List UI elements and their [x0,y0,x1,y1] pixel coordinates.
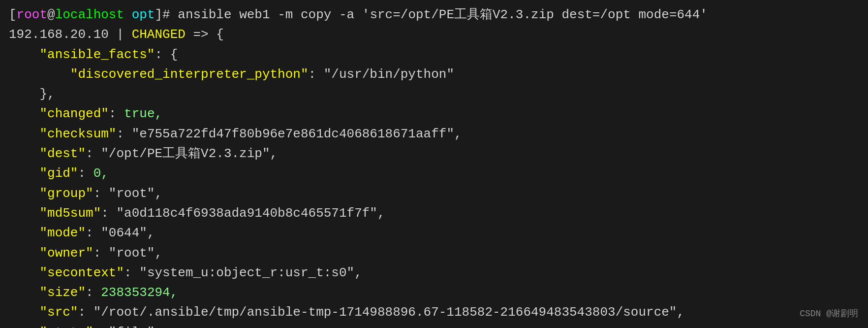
terminal-line-result-line: 192.168.20.10 | CHANGED => { [9,25,859,44]
terminal-text-prompt-at: @ [47,7,55,22]
terminal-window: [root@localhost opt]# ansible web1 -m co… [0,0,868,328]
terminal-text-value-str [9,166,39,181]
terminal-text-prompt-hash: # [162,7,178,22]
terminal-text-value-str: "/usr/bin/python" [324,67,454,82]
terminal-text-value-str [9,106,39,121]
terminal-text-value-str: "file", [109,325,162,328]
terminal-text-colon: : [116,127,131,141]
terminal-text-arrow: => { [186,27,224,42]
terminal-text-value-str [9,305,39,320]
terminal-text-value-str: "0644", [101,226,155,240]
terminal-text-key: "md5sum" [39,206,101,221]
terminal-text-key: "size" [39,285,86,300]
terminal-text-colon: : [86,226,101,240]
terminal-text-key: "src" [39,305,78,320]
terminal-text-key: "changed" [39,106,108,121]
terminal-line-cmd-line: [root@localhost opt]# ansible web1 -m co… [9,5,859,25]
terminal-text-colon: : [86,285,101,300]
terminal-text-value-bool: true, [124,106,162,121]
terminal-line-gid-field: "gid": 0, [9,164,859,183]
terminal-text-colon: : [124,265,139,280]
terminal-text-value-str: }, [9,87,55,101]
terminal-text-colon: : [86,146,101,161]
terminal-text-cmd: ansible web1 -m copy -a 'src=/opt/PE工具箱V… [178,7,708,22]
terminal-line-checksum-field: "checksum": "e755a722fd47f80b96e7e861dc4… [9,124,859,144]
terminal-text-colon: : [109,106,124,121]
terminal-line-secontext-field: "secontext": "system_u:object_r:usr_t:s0… [9,263,859,283]
terminal-text-colon: : [78,166,93,181]
terminal-text-prompt-bracket: ] [155,7,163,22]
terminal-text-value-str [9,146,39,161]
terminal-line-state-field: "state": "file", [9,323,859,328]
terminal-text-value-str [9,265,39,280]
terminal-text-value-str: "root", [109,186,162,201]
terminal-text-key: "checksum" [39,127,116,141]
terminal-text-colon: : { [155,47,178,62]
terminal-text-key: "group" [39,186,93,201]
terminal-text-key: "gid" [39,166,78,181]
terminal-line-discovered-interpreter: "discovered_interpreter_python": "/usr/b… [9,65,859,84]
terminal-text-changed-label: CHANGED [132,27,186,42]
terminal-content: [root@localhost opt]# ansible web1 -m co… [9,5,859,328]
terminal-text-value-str: "/root/.ansible/tmp/ansible-tmp-17149888… [93,305,684,320]
terminal-text-key: "state" [39,325,93,328]
terminal-line-group-field: "group": "root", [9,184,859,203]
terminal-text-value-str: "e755a722fd47f80b96e7e861dc4068618671aaf… [132,127,462,141]
terminal-text-key: "secontext" [39,265,124,280]
terminal-text-value-str [9,47,39,62]
terminal-text-colon: : [93,325,109,328]
terminal-line-ansible-facts-close: }, [9,84,859,104]
terminal-text-colon: : [309,67,324,82]
terminal-text-value-str [9,127,39,141]
terminal-text-prompt-dir: opt [132,7,155,22]
terminal-text-value-str: | [109,27,132,42]
terminal-text-prompt-bracket: [ [9,7,17,22]
terminal-text-prompt-space [124,7,132,22]
terminal-text-prompt-root: root [17,7,47,22]
terminal-line-owner-field: "owner": "root", [9,243,859,263]
terminal-text-colon: : [93,186,109,201]
terminal-line-ansible-facts-open: "ansible_facts": { [9,45,859,65]
terminal-line-changed-field: "changed": true, [9,104,859,124]
terminal-text-value-str: "a0d118c4f6938ada9140b8c465571f7f", [116,206,385,221]
terminal-text-key: "mode" [39,226,86,240]
terminal-text-value-num: 238353294, [101,285,178,300]
terminal-text-value-str [9,246,39,261]
terminal-text-key: "ansible_facts" [39,47,155,62]
terminal-line-dest-field: "dest": "/opt/PE工具箱V2.3.zip", [9,144,859,164]
terminal-text-key: "dest" [39,146,86,161]
terminal-text-ip: 192.168.20.10 [9,27,109,42]
terminal-text-colon: : [93,246,109,261]
terminal-text-value-str: "/opt/PE工具箱V2.3.zip", [101,146,278,161]
terminal-line-size-field: "size": 238353294, [9,283,859,302]
terminal-text-value-str [9,226,39,240]
terminal-text-value-str: "system_u:object_r:usr_t:s0", [139,265,362,280]
terminal-text-value-num: 0, [93,166,109,181]
terminal-text-prompt-host: localhost [55,7,124,22]
terminal-text-value-str [9,325,39,328]
terminal-text-value-str [9,186,39,201]
terminal-text-value-str [9,206,39,221]
terminal-line-md5sum-field: "md5sum": "a0d118c4f6938ada9140b8c465571… [9,203,859,223]
terminal-text-colon: : [78,305,93,320]
terminal-line-mode-field: "mode": "0644", [9,223,859,243]
terminal-text-value-str: "root", [109,246,162,261]
terminal-text-key: "owner" [39,246,93,261]
terminal-text-key: "discovered_interpreter_python" [70,67,309,82]
terminal-line-src-field: "src": "/root/.ansible/tmp/ansible-tmp-1… [9,302,859,322]
terminal-text-value-str [9,67,70,82]
watermark: CSDN @谢剧明 [800,307,858,321]
terminal-text-colon: : [101,206,116,221]
terminal-text-value-str [9,285,39,300]
